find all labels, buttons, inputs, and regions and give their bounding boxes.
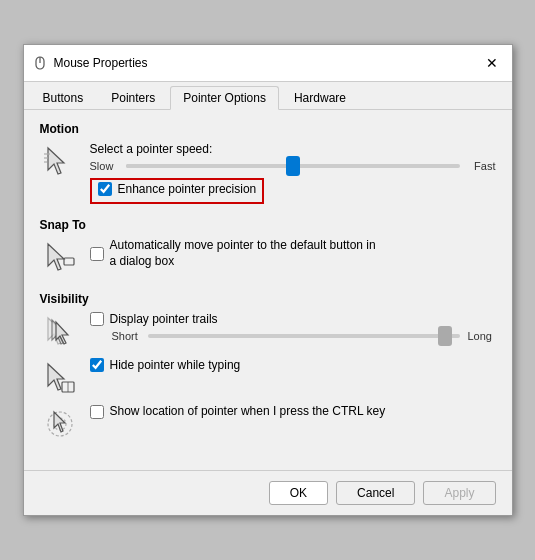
hide-typing-controls: Hide pointer while typing — [90, 358, 496, 376]
tab-pointer-options[interactable]: Pointer Options — [170, 86, 279, 110]
trails-slider-thumb[interactable] — [438, 326, 452, 346]
snap-cursor-svg — [42, 240, 78, 276]
trails-slider-track[interactable] — [148, 334, 460, 338]
snap-to-controls: Automatically move pointer to the defaul… — [90, 238, 496, 273]
enhance-precision-checkbox[interactable] — [98, 182, 112, 196]
hide-typing-checkbox-row: Hide pointer while typing — [90, 358, 241, 372]
enhance-precision-highlight: Enhance pointer precision — [90, 178, 265, 204]
motion-icon — [40, 142, 80, 182]
visibility-label: Visibility — [40, 292, 496, 306]
speed-slider-row: Slow Fast — [90, 160, 496, 172]
speed-slider-fill — [126, 164, 300, 168]
motion-row: Select a pointer speed: Slow Fast — [40, 142, 496, 204]
ok-button[interactable]: OK — [269, 481, 328, 505]
speed-slider-thumb[interactable] — [286, 156, 300, 176]
title-bar-left: Mouse Properties — [32, 55, 148, 71]
apply-button[interactable]: Apply — [423, 481, 495, 505]
speed-label: Select a pointer speed: — [90, 142, 496, 156]
speed-slider-track[interactable] — [126, 164, 460, 168]
motion-controls: Select a pointer speed: Slow Fast — [90, 142, 496, 204]
fast-label: Fast — [468, 160, 496, 172]
trails-icon — [40, 312, 80, 352]
mouse-properties-window: Mouse Properties ✕ Buttons Pointers Poin… — [23, 44, 513, 516]
hide-typing-svg — [42, 360, 78, 396]
hide-typing-icon — [40, 358, 80, 398]
hide-typing-label: Hide pointer while typing — [110, 358, 241, 372]
auto-snap-label: Automatically move pointer to the defaul… — [110, 238, 380, 269]
show-ctrl-icon — [40, 404, 80, 444]
trails-controls: Display pointer trails Short Long — [90, 312, 496, 346]
tab-hardware[interactable]: Hardware — [281, 86, 359, 109]
cancel-button[interactable]: Cancel — [336, 481, 415, 505]
enhance-precision-label: Enhance pointer precision — [118, 182, 257, 196]
button-bar: OK Cancel Apply — [24, 470, 512, 515]
motion-section: Motion Select a pointer speed: Slow — [40, 122, 496, 204]
motion-cursor-svg — [42, 144, 78, 180]
trails-checkbox[interactable] — [90, 312, 104, 326]
tab-pointers[interactable]: Pointers — [98, 86, 168, 109]
trails-label: Display pointer trails — [110, 312, 218, 326]
show-ctrl-svg — [42, 406, 78, 442]
auto-snap-row: Automatically move pointer to the defaul… — [90, 238, 496, 269]
svg-marker-6 — [48, 244, 64, 270]
long-label: Long — [468, 330, 496, 342]
short-label: Short — [112, 330, 140, 342]
title-bar: Mouse Properties ✕ — [24, 45, 512, 82]
snap-to-label: Snap To — [40, 218, 496, 232]
trails-slider-row: Short Long — [90, 330, 496, 342]
snap-icon — [40, 238, 80, 278]
hide-typing-checkbox[interactable] — [90, 358, 104, 372]
svg-rect-7 — [64, 258, 74, 265]
show-ctrl-row: Show location of pointer when I press th… — [40, 404, 496, 444]
auto-snap-checkbox[interactable] — [90, 247, 104, 261]
show-ctrl-label: Show location of pointer when I press th… — [110, 404, 386, 420]
slow-label: Slow — [90, 160, 118, 172]
tab-buttons[interactable]: Buttons — [30, 86, 97, 109]
content-area: Motion Select a pointer speed: Slow — [24, 110, 512, 470]
show-ctrl-checkbox-row: Show location of pointer when I press th… — [90, 404, 386, 420]
svg-marker-2 — [48, 148, 64, 174]
trails-cursor-svg — [42, 314, 78, 350]
visibility-section: Visibility Display pointer trails — [40, 292, 496, 444]
trails-checkbox-row: Display pointer trails — [90, 312, 496, 326]
show-ctrl-checkbox[interactable] — [90, 405, 104, 419]
trails-row: Display pointer trails Short Long — [40, 312, 496, 352]
show-ctrl-controls: Show location of pointer when I press th… — [90, 404, 496, 424]
snap-to-row: Automatically move pointer to the defaul… — [40, 238, 496, 278]
tab-bar: Buttons Pointers Pointer Options Hardwar… — [24, 82, 512, 110]
hide-typing-row: Hide pointer while typing — [40, 358, 496, 398]
enhance-precision-row: Enhance pointer precision — [98, 182, 257, 196]
mouse-icon — [32, 55, 48, 71]
snap-to-section: Snap To Automatically move pointer to th… — [40, 218, 496, 278]
window-title: Mouse Properties — [54, 56, 148, 70]
close-button[interactable]: ✕ — [480, 51, 504, 75]
motion-label: Motion — [40, 122, 496, 136]
